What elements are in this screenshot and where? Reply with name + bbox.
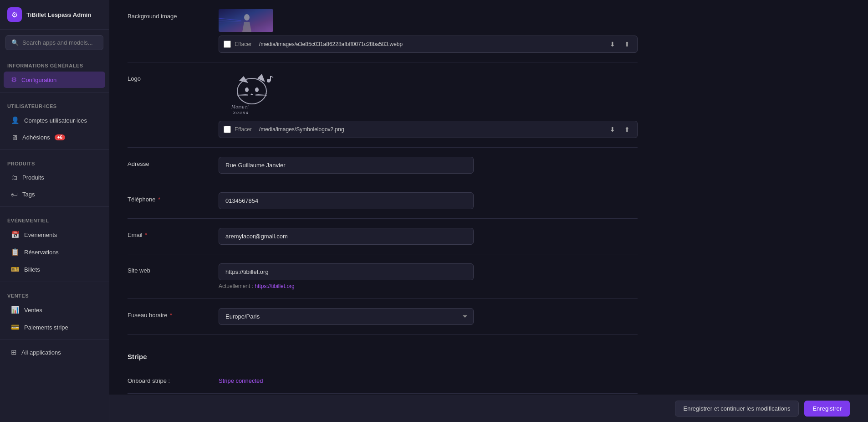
- section-label-users: Utilisateur·ices: [0, 96, 109, 112]
- sidebar-item-evenements[interactable]: 📅 Evènements: [4, 226, 105, 243]
- logo-effacer-label: Effacer: [235, 126, 252, 133]
- sidebar-item-paiements-stripe[interactable]: 💳 Paiements stripe: [4, 319, 105, 335]
- sidebar-item-label: Produits: [22, 174, 44, 181]
- search-placeholder: Search apps and models...: [22, 39, 93, 46]
- sidebar-item-label: Billets: [24, 266, 40, 273]
- main-content: Background image: [109, 0, 868, 422]
- stripe-section: Stripe Onboard stripe : Stripe connected: [128, 344, 638, 394]
- sidebar-item-all-apps[interactable]: ⊞ All applications: [4, 344, 105, 360]
- logo-svg: Mamuci Sound: [223, 74, 282, 115]
- siteweb-field: Actuellement : https://tibillet.org: [219, 263, 638, 289]
- svg-point-9: [245, 87, 249, 92]
- svg-line-12: [237, 94, 248, 95]
- save-continue-button[interactable]: Enregistrer et continuer les modificatio…: [675, 401, 799, 417]
- background-image-preview: [219, 9, 273, 32]
- save-button[interactable]: Enregistrer: [804, 401, 850, 417]
- fuseau-select[interactable]: Europe/Paris Europe/London America/New_Y…: [219, 308, 474, 325]
- sidebar-item-comptes[interactable]: 👤 Comptes utilisateur·ices: [4, 112, 105, 129]
- search-bar[interactable]: 🔍 Search apps and models...: [5, 35, 103, 50]
- adresse-input[interactable]: [219, 157, 474, 174]
- svg-marker-11: [250, 93, 253, 95]
- siteweb-hint-link[interactable]: https://tibillet.org: [255, 283, 294, 289]
- paiements-icon: 💳: [11, 323, 20, 331]
- section-label-ventes: Ventes: [0, 286, 109, 301]
- onboard-stripe-row: Onboard stripe : Stripe connected: [128, 368, 638, 394]
- telephone-input[interactable]: [219, 192, 474, 209]
- fuseau-label: Fuseau horaire *: [128, 308, 219, 319]
- sidebar-header: ⚙ TiBillet Lespass Admin: [0, 0, 109, 30]
- telephone-label: Téléphone *: [128, 192, 219, 203]
- tags-icon: 🏷: [11, 190, 18, 198]
- billets-icon: 🎫: [11, 265, 20, 273]
- siteweb-row: Site web Actuellement : https://tibillet…: [128, 254, 638, 299]
- svg-point-16: [267, 79, 271, 82]
- sidebar-item-configuration[interactable]: ⚙ Configuration: [4, 72, 105, 88]
- telephone-row: Téléphone *: [128, 183, 638, 219]
- logo-effacer-checkbox[interactable]: [224, 126, 231, 133]
- svg-line-14: [255, 94, 267, 95]
- sidebar-item-label: Paiements stripe: [24, 324, 68, 331]
- logo-download-btn[interactable]: ⬇: [607, 124, 618, 135]
- adresse-field: [219, 157, 638, 174]
- sidebar: ⚙ TiBillet Lespass Admin 🔍 Search apps a…: [0, 0, 109, 422]
- onboard-stripe-label: Onboard stripe :: [128, 377, 219, 384]
- logo-preview: Mamuci Sound: [219, 72, 287, 117]
- sidebar-item-label: Adhésions: [22, 134, 50, 141]
- sidebar-item-tags[interactable]: 🏷 Tags: [4, 186, 105, 202]
- app-logo-icon: ⚙: [7, 7, 22, 22]
- background-image-label: Background image: [128, 9, 219, 20]
- siteweb-input[interactable]: [219, 263, 474, 280]
- logo-field: Mamuci Sound Effacer /media/images/Symbo…: [219, 72, 638, 138]
- user-icon: 👤: [11, 116, 20, 124]
- adresse-label: Adresse: [128, 157, 219, 167]
- background-effacer-checkbox[interactable]: [224, 41, 231, 48]
- fuseau-row: Fuseau horaire * Europe/Paris Europe/Lon…: [128, 299, 638, 335]
- email-input[interactable]: [219, 228, 474, 245]
- adhesions-badge: +6: [55, 134, 65, 140]
- sidebar-item-label: Ventes: [24, 307, 42, 314]
- svg-text:Mamuci: Mamuci: [231, 104, 249, 109]
- section-label-general: Informations générales: [0, 56, 109, 71]
- svg-point-1: [244, 14, 250, 21]
- svg-point-10: [255, 87, 259, 92]
- logo-upload-btn[interactable]: ⬆: [622, 124, 633, 135]
- background-upload-btn[interactable]: ⬆: [622, 39, 633, 50]
- background-image-field: Effacer /media/images/e3e85c031a86228afb…: [219, 9, 638, 53]
- footer: Enregistrer et continuer les modificatio…: [109, 395, 868, 422]
- app-title: TiBillet Lespass Admin: [26, 11, 91, 18]
- sidebar-item-reservations[interactable]: 📋 Réservations: [4, 244, 105, 260]
- logo-file-input-row: Effacer /media/images/Symbolelogov2.png …: [219, 121, 638, 138]
- adresse-row: Adresse: [128, 148, 638, 183]
- section-label-produits: Produits: [0, 154, 109, 169]
- fuseau-field: Europe/Paris Europe/London America/New_Y…: [219, 308, 638, 325]
- evenements-icon: 📅: [11, 231, 20, 239]
- sidebar-item-ventes[interactable]: 📊 Ventes: [4, 302, 105, 318]
- svg-text:Sound: Sound: [233, 110, 249, 115]
- svg-point-8: [237, 78, 266, 104]
- siteweb-label: Site web: [128, 263, 219, 274]
- sidebar-item-label: All applications: [21, 349, 61, 356]
- search-icon: 🔍: [11, 39, 19, 46]
- email-field: [219, 228, 638, 245]
- onboard-stripe-value: Stripe connected: [219, 377, 263, 384]
- sidebar-item-billets[interactable]: 🎫 Billets: [4, 261, 105, 278]
- grid-icon: ⊞: [11, 348, 17, 356]
- ventes-icon: 📊: [11, 306, 20, 314]
- reservations-icon: 📋: [11, 248, 20, 256]
- background-download-btn[interactable]: ⬇: [607, 39, 618, 50]
- sidebar-item-label: Evènements: [24, 232, 57, 238]
- email-row: Email *: [128, 219, 638, 254]
- background-image-row: Background image: [128, 0, 638, 62]
- sidebar-item-produits[interactable]: 🗂 Produits: [4, 170, 105, 185]
- background-effacer-label: Effacer: [235, 41, 252, 47]
- siteweb-hint: Actuellement : https://tibillet.org: [219, 283, 638, 289]
- logo-file-path: /media/images/Symbolelogov2.png: [255, 126, 603, 133]
- logo-label: Logo: [128, 72, 219, 82]
- produits-icon: 🗂: [11, 174, 18, 181]
- section-label-evenementiel: Évènementiel: [0, 211, 109, 226]
- sidebar-item-adhesions[interactable]: 🖥 Adhésions +6: [4, 129, 105, 145]
- background-file-path: /media/images/e3e85c031a86228afbff0071c2…: [255, 41, 603, 47]
- sidebar-item-label: Configuration: [21, 77, 56, 83]
- sidebar-item-label: Tags: [22, 191, 35, 198]
- sidebar-item-label: Comptes utilisateur·ices: [24, 117, 87, 124]
